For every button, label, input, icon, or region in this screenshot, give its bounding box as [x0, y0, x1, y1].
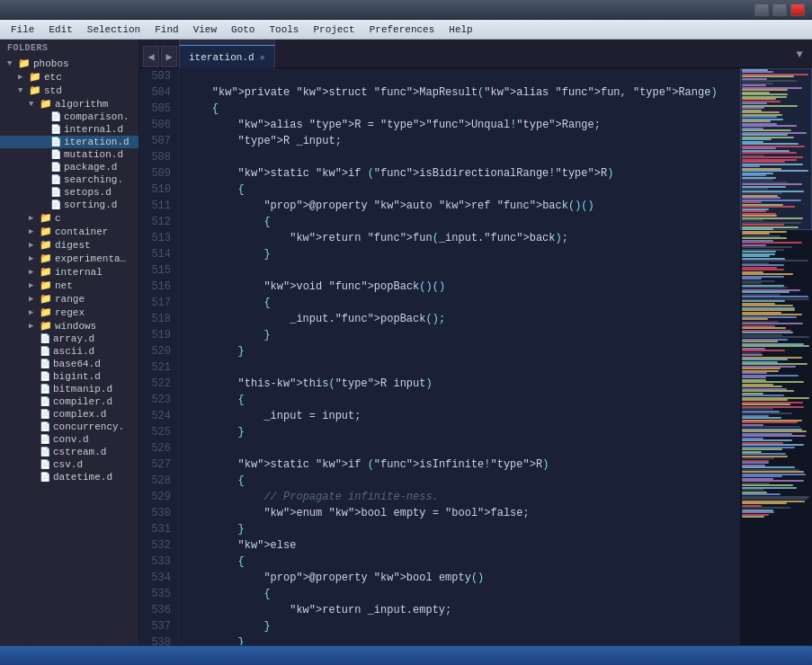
menu-item-project[interactable]: Project — [306, 22, 361, 37]
line-number-522: 522 — [143, 376, 171, 392]
line-number-508: 508 — [143, 149, 171, 165]
tab-nav-right[interactable]: ▶ — [161, 46, 177, 67]
code-line-535: { — [186, 586, 733, 602]
sidebar-item-cstream_d[interactable]: ▶📄cstream.d — [0, 446, 138, 458]
minimap-line — [742, 206, 795, 208]
tab-close-button[interactable]: ✕ — [260, 52, 265, 63]
sidebar-item-label: regex — [55, 307, 85, 318]
minimap-line — [742, 462, 769, 464]
folder-icon: 📁 — [40, 239, 52, 251]
code-line-511: "prop">@property "kw">auto "kw">ref "fun… — [186, 198, 733, 214]
sidebar-item-concurrency_d[interactable]: ▶📄concurrency. — [0, 421, 138, 433]
minimap-line — [742, 412, 792, 414]
sidebar-item-bigint_d[interactable]: ▶📄bigint.d — [0, 370, 138, 383]
sidebar-item-compiler_d[interactable]: ▶📄compiler.d — [0, 395, 138, 408]
minimap-line — [742, 102, 767, 104]
sidebar-item-csv_d[interactable]: ▶📄csv.d — [0, 458, 138, 471]
sidebar-item-comparison[interactable]: ▶📄comparison. — [0, 111, 138, 123]
sidebar-item-range[interactable]: ▶📁range — [0, 292, 138, 306]
minimap-line — [742, 269, 784, 270]
line-number-513: 513 — [143, 230, 171, 246]
sidebar-item-conv_d[interactable]: ▶📄conv.d — [0, 433, 138, 446]
menu-item-goto[interactable]: Goto — [224, 22, 262, 37]
file-icon: 📄 — [40, 434, 50, 445]
arrow-icon: ▶ — [29, 267, 38, 277]
minimize-button[interactable] — [754, 4, 769, 16]
line-number-516: 516 — [143, 279, 171, 295]
minimap-line — [742, 287, 788, 288]
sidebar-item-windows[interactable]: ▶📁windows — [0, 319, 138, 332]
minimap-line — [742, 228, 773, 230]
minimap-line — [742, 260, 808, 262]
editor-area: ◀ ▶ array.d✕iteration.d✕ ▼ 5035045055065… — [139, 40, 812, 645]
sidebar-item-algorithm[interactable]: ▼📁algorithm — [0, 97, 138, 111]
sidebar-item-setops_d[interactable]: ▶📄setops.d — [0, 186, 138, 199]
sidebar-item-package_d[interactable]: ▶📄package.d — [0, 161, 138, 173]
sidebar-item-searching_d[interactable]: ▶📄searching. — [0, 173, 138, 186]
code-editor[interactable]: "kw">private "kw">struct "func">MapResul… — [179, 68, 740, 645]
menu-item-view[interactable]: View — [186, 22, 224, 37]
sidebar-item-digest[interactable]: ▶📁digest — [0, 238, 138, 252]
menu-item-file[interactable]: File — [4, 22, 41, 37]
sidebar-item-label: ascii.d — [53, 346, 94, 357]
sidebar-item-container[interactable]: ▶📁container — [0, 225, 138, 238]
sidebar-item-mutation_d[interactable]: ▶📄mutation.d — [0, 148, 138, 161]
menu-item-edit[interactable]: Edit — [41, 22, 79, 37]
code-line-524: _input = input; — [186, 408, 733, 424]
minimap-line — [742, 359, 788, 360]
code-line-507: "type">R _input; — [186, 133, 733, 149]
line-number-531: 531 — [143, 521, 171, 537]
sidebar-item-net[interactable]: ▶📁net — [0, 279, 138, 292]
minimap-line — [742, 345, 809, 347]
folder-icon: 📁 — [40, 293, 52, 305]
minimap-line — [742, 233, 770, 235]
sidebar-item-ascii_d[interactable]: ▶📄ascii.d — [0, 345, 138, 358]
code-line-517: { — [186, 295, 733, 311]
sidebar-item-base64_d[interactable]: ▶📄base64.d — [0, 358, 138, 370]
minimap-line — [742, 350, 785, 351]
sidebar-item-internal[interactable]: ▶📁internal — [0, 265, 138, 279]
sidebar-item-sorting_d[interactable]: ▶📄sorting.d — [0, 199, 138, 211]
menu-item-tools[interactable]: Tools — [262, 22, 306, 37]
menu-item-selection[interactable]: Selection — [80, 22, 147, 37]
tab-dropdown-button[interactable]: ▼ — [790, 43, 808, 66]
menu-item-help[interactable]: Help — [442, 22, 479, 37]
tab-nav-left[interactable]: ◀ — [143, 46, 159, 67]
sidebar-item-complex_d[interactable]: ▶📄complex.d — [0, 408, 138, 421]
code-line-518: _input."func">popBack(); — [186, 311, 733, 327]
menu-item-preferences[interactable]: Preferences — [362, 22, 442, 37]
sidebar-item-phobos[interactable]: ▼📁phobos — [0, 57, 138, 70]
code-line-526 — [186, 440, 733, 457]
minimap-line — [742, 138, 772, 140]
menubar: FileEditSelectionFindViewGotoToolsProjec… — [0, 20, 812, 40]
sidebar-item-experimental[interactable]: ▶📁experimenta… — [0, 252, 138, 265]
code-line-516: "kw">void "func">popBack()() — [186, 279, 733, 295]
sidebar-item-iteration_d[interactable]: ▶📄iteration.d — [0, 136, 138, 148]
file-icon: 📄 — [50, 111, 61, 122]
sidebar-item-array_d[interactable]: ▶📄array.d — [0, 332, 138, 345]
sidebar-item-c[interactable]: ▶📁c — [0, 211, 138, 225]
code-line-534: "prop">@property "kw">bool empty() — [186, 570, 733, 586]
menu-item-find[interactable]: Find — [147, 22, 185, 37]
sidebar-item-std[interactable]: ▼📁std — [0, 84, 138, 97]
sidebar-item-regex[interactable]: ▶📁regex — [0, 306, 138, 319]
minimap-line — [742, 111, 780, 113]
sidebar-item-datetime_d[interactable]: ▶📄datetime.d — [0, 471, 138, 483]
minimap-line — [742, 408, 773, 410]
tab-iteration_d[interactable]: iteration.d✕ — [179, 45, 275, 68]
minimap-line — [742, 484, 793, 486]
sidebar-item-etc[interactable]: ▶📁etc — [0, 70, 138, 84]
minimap-line — [742, 390, 794, 392]
code-line-537: } — [186, 618, 733, 634]
code-line-519: } — [186, 327, 733, 343]
line-number-509: 509 — [143, 165, 171, 182]
close-button[interactable] — [790, 4, 805, 16]
file-icon: 📄 — [40, 396, 50, 407]
maximize-button[interactable] — [772, 4, 787, 16]
file-icon: 📄 — [50, 187, 61, 198]
code-line-514: } — [186, 246, 733, 262]
sidebar-item-label: iteration.d — [64, 137, 129, 147]
sidebar-item-bitmanip_d[interactable]: ▶📄bitmanip.d — [0, 383, 138, 395]
line-number-527: 527 — [143, 457, 171, 473]
sidebar-item-internal_d[interactable]: ▶📄internal.d — [0, 123, 138, 136]
